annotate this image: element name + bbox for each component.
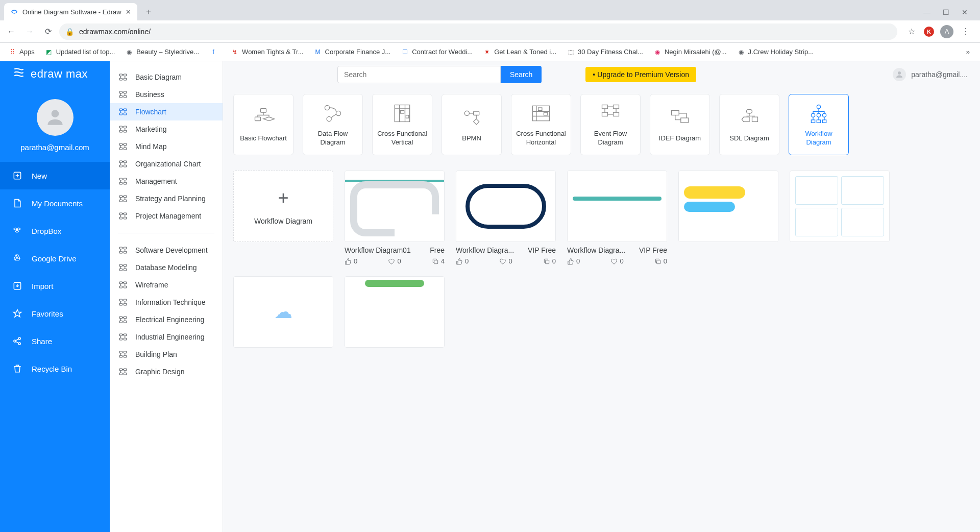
user-info[interactable]: paratha@gmail....	[893, 68, 968, 81]
address-bar[interactable]: 🔒 edrawmax.com/online/	[59, 23, 897, 40]
category-db-model[interactable]: Database Modeling	[110, 259, 223, 276]
type-card-data-flow[interactable]: Data Flow Diagram	[303, 94, 363, 155]
sidebar-categories: Basic DiagramBusinessFlowchartMarketingM…	[110, 61, 223, 532]
fav-stat[interactable]: 0	[610, 257, 623, 265]
bookmark-item[interactable]: ⬚30 Day Fitness Chal...	[562, 46, 647, 58]
workflow-icon	[807, 102, 830, 125]
maximize-icon[interactable]: ☐	[943, 8, 949, 16]
main-content: Search Upgrade to Premium Version parath…	[223, 61, 980, 532]
like-stat[interactable]: 0	[345, 257, 357, 265]
bookmark-item[interactable]: ◉Negin Mirsalehi (@...	[649, 46, 731, 58]
category-icon	[118, 315, 128, 325]
svg-rect-57	[124, 303, 127, 305]
category-label: Graphic Design	[135, 368, 185, 376]
category-mind-map[interactable]: Mind Map	[110, 138, 223, 155]
nav-dropbox[interactable]: DropBox	[0, 217, 110, 245]
nav-import[interactable]: Import	[0, 272, 110, 300]
minimize-icon[interactable]: —	[923, 8, 930, 16]
like-stat[interactable]: 0	[456, 257, 469, 265]
blank-thumb: +Workflow Diagram	[233, 171, 333, 242]
template-card[interactable]: Workflow Diagra... VIP Free 0 0 0	[567, 171, 667, 265]
bookmark-item[interactable]: MCorporate Finance J...	[310, 46, 395, 58]
category-strategy[interactable]: Strategy and Planning	[110, 190, 223, 207]
type-card-workflow[interactable]: Workflow Diagram	[789, 94, 849, 155]
type-card-cross-horiz[interactable]: Cross Functional Horizontal	[511, 94, 571, 155]
bookmark-item[interactable]: ◉Beauty – Styledrive...	[121, 46, 203, 58]
template-card[interactable]: Workflow Diagra... VIP Free 0 0 0	[456, 171, 556, 265]
category-business[interactable]: Business	[110, 86, 223, 103]
reload-button[interactable]: ⟳	[41, 25, 55, 39]
type-card-bpmn[interactable]: BPMN	[442, 94, 502, 155]
svg-rect-63	[124, 334, 127, 336]
category-building-plan[interactable]: Building Plan	[110, 346, 223, 363]
upgrade-button[interactable]: Upgrade to Premium Version	[585, 67, 696, 82]
svg-rect-30	[119, 178, 122, 180]
type-card-event-flow[interactable]: Event Flow Diagram	[580, 94, 641, 155]
category-wireframe[interactable]: Wireframe	[110, 276, 223, 294]
type-card-cross-vert[interactable]: Cross Functional Vertical	[372, 94, 432, 155]
template-blank[interactable]: +Workflow Diagram	[233, 171, 333, 265]
brand-logo[interactable]: edraw max	[0, 61, 110, 87]
template-card[interactable]	[345, 276, 445, 348]
menu-icon[interactable]: ⋮	[960, 26, 972, 38]
copy-stat[interactable]: 4	[432, 257, 445, 265]
category-software-dev[interactable]: Software Development	[110, 241, 223, 259]
bookmark-item[interactable]: ⠿Apps	[4, 46, 39, 58]
svg-rect-52	[119, 286, 122, 288]
category-marketing[interactable]: Marketing	[110, 120, 223, 138]
category-ind-eng[interactable]: Industrial Engineering	[110, 328, 223, 346]
extension-avatar[interactable]: K	[924, 27, 934, 37]
copy-stat[interactable]: 0	[654, 257, 667, 265]
type-card-basic-flowchart[interactable]: Basic Flowchart	[233, 94, 293, 155]
nav-google-drive[interactable]: Google Drive	[0, 245, 110, 272]
back-button[interactable]: ←	[4, 25, 18, 39]
forward-button[interactable]: →	[22, 25, 37, 39]
type-card-sdl[interactable]: SDL Diagram	[719, 94, 779, 155]
bookmark-item[interactable]: f	[205, 46, 225, 58]
bookmark-item[interactable]: ↯Women Tights & Tr...	[227, 46, 307, 58]
tab-close-icon[interactable]: ✕	[126, 8, 131, 16]
template-card[interactable]: Workflow Diagram01 Free 0 0 4	[345, 171, 445, 265]
svg-rect-69	[124, 355, 127, 357]
template-card[interactable]: ☁	[233, 276, 333, 348]
logo-icon	[12, 66, 26, 82]
category-basic-diagram[interactable]: Basic Diagram	[110, 68, 223, 86]
category-project-mgmt[interactable]: Project Management	[110, 207, 223, 225]
fav-stat[interactable]: 0	[499, 257, 512, 265]
like-stat[interactable]: 0	[567, 257, 580, 265]
template-card[interactable]	[790, 171, 890, 265]
bookmark-item[interactable]: ◩Updated list of top...	[41, 46, 119, 58]
nav-my-documents[interactable]: My Documents	[0, 189, 110, 217]
bookmark-item[interactable]: ☐Contract for Weddi...	[397, 46, 477, 58]
new-tab-button[interactable]: ＋	[141, 5, 156, 19]
category-flowchart[interactable]: Flowchart	[110, 103, 223, 120]
star-icon[interactable]: ☆	[905, 26, 918, 38]
category-info-tech[interactable]: Information Technique	[110, 294, 223, 311]
template-card[interactable]	[678, 171, 778, 265]
search-input[interactable]	[337, 66, 501, 83]
category-elec-eng[interactable]: Electrical Engineering	[110, 311, 223, 328]
nav-label: Import	[32, 282, 54, 291]
bookmark-item[interactable]: ✷Get Lean & Toned i...	[479, 46, 560, 58]
profile-avatar[interactable]	[37, 99, 74, 136]
nav-new[interactable]: New	[0, 162, 110, 189]
type-card-idef[interactable]: IDEF Diagram	[650, 94, 710, 155]
window-controls: — ☐ ✕	[915, 8, 976, 20]
category-icon	[118, 141, 128, 152]
category-graphic-design[interactable]: Graphic Design	[110, 363, 223, 380]
category-org-chart[interactable]: Organizational Chart	[110, 155, 223, 173]
copy-stat[interactable]: 0	[543, 257, 556, 265]
bookmark-item[interactable]: ◉J.Crew Holiday Strip...	[733, 46, 818, 58]
profile-avatar-button[interactable]: A	[940, 25, 953, 38]
fav-stat[interactable]: 0	[388, 257, 401, 265]
close-icon[interactable]: ✕	[962, 8, 968, 16]
svg-rect-28	[119, 165, 122, 167]
browser-tab[interactable]: Online Diagram Software - Edraw ✕	[4, 3, 137, 20]
search-button[interactable]: Search	[501, 66, 542, 83]
bookmarks-overflow-icon[interactable]: »	[960, 48, 976, 56]
category-management[interactable]: Management	[110, 173, 223, 190]
nav-favorites[interactable]: Favorites	[0, 300, 110, 327]
nav-share[interactable]: Share	[0, 327, 110, 355]
nav-recycle-bin[interactable]: Recycle Bin	[0, 355, 110, 382]
event-flow-icon	[599, 102, 622, 125]
